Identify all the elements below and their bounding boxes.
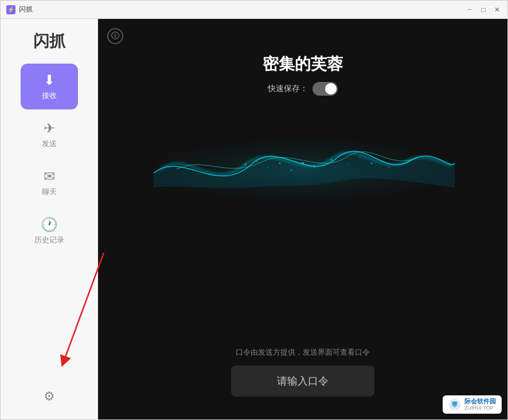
window-controls: － □ ✕: [465, 5, 502, 14]
app-logo: 闪抓: [33, 30, 65, 52]
settings-icon: ⚙: [44, 389, 55, 404]
svg-point-12: [359, 157, 361, 158]
svg-point-4: [256, 161, 257, 162]
app-icon: ⚡: [6, 5, 15, 14]
history-label: 历史记录: [34, 235, 64, 245]
watermark-text: 际会软件园 ZUIHUI.TOP: [464, 398, 496, 411]
watermark-logo-icon: [448, 398, 461, 411]
window-title: 闪抓: [19, 5, 465, 14]
chat-label: 聊天: [42, 187, 57, 197]
send-icon: ✈: [44, 120, 55, 136]
password-placeholder: 请输入口令: [277, 374, 329, 388]
sidebar: 闪抓 ⬇ 接收 ✈ 发送 ✉ 聊天 🕐 历史记录: [1, 19, 98, 419]
main-panel: ⓘ 密集的芙蓉 快速保存：: [98, 19, 507, 419]
panel-title: 密集的芙蓉: [98, 53, 507, 75]
svg-point-3: [245, 164, 247, 166]
quick-save-toggle[interactable]: [312, 82, 338, 96]
history-icon: 🕐: [41, 217, 58, 233]
titlebar: ⚡ 闪抓 － □ ✕: [1, 1, 507, 19]
receive-icon: ⬇: [44, 72, 55, 88]
svg-point-6: [302, 162, 304, 164]
info-icon: ⓘ: [111, 31, 119, 41]
quick-save-row: 快速保存：: [98, 82, 507, 96]
svg-point-14: [388, 167, 389, 168]
minimize-button[interactable]: －: [465, 5, 474, 14]
main-content: 闪抓 ⬇ 接收 ✈ 发送 ✉ 聊天 🕐 历史记录: [1, 19, 507, 419]
info-button[interactable]: ⓘ: [107, 28, 123, 44]
sidebar-item-history[interactable]: 🕐 历史记录: [21, 208, 78, 254]
chat-icon: ✉: [44, 168, 55, 185]
settings-button[interactable]: ⚙: [38, 385, 61, 408]
svg-point-8: [331, 159, 333, 161]
send-label: 发送: [42, 139, 57, 149]
wave-visualization: [98, 107, 507, 222]
app-window: ⚡ 闪抓 － □ ✕ 闪抓 ⬇ 接收 ✈ 发送 ✉ 聊天: [0, 0, 508, 420]
sidebar-item-receive[interactable]: ⬇ 接收: [21, 64, 78, 109]
svg-point-5: [291, 170, 292, 171]
sidebar-item-chat[interactable]: ✉ 聊天: [21, 160, 78, 206]
bottom-section: 口令由发送方提供，发送界面可查看口令 请输入口令: [98, 347, 507, 397]
svg-point-13: [371, 163, 373, 164]
svg-point-10: [268, 167, 269, 168]
svg-point-9: [348, 164, 349, 165]
toggle-knob: [325, 83, 337, 95]
svg-point-11: [279, 163, 281, 164]
watermark-sub: ZUIHUI.TOP: [464, 405, 496, 411]
svg-point-7: [314, 167, 315, 168]
sidebar-item-send[interactable]: ✈ 发送: [21, 112, 78, 158]
maximize-button[interactable]: □: [479, 5, 488, 14]
receive-label: 接收: [42, 91, 57, 101]
quick-save-label: 快速保存：: [268, 84, 308, 94]
password-input-button[interactable]: 请输入口令: [231, 366, 374, 397]
watermark-main: 际会软件园: [464, 398, 496, 405]
close-button[interactable]: ✕: [493, 5, 502, 14]
hint-text: 口令由发送方提供，发送界面可查看口令: [236, 347, 370, 358]
watermark: 际会软件园 ZUIHUI.TOP: [443, 395, 502, 414]
